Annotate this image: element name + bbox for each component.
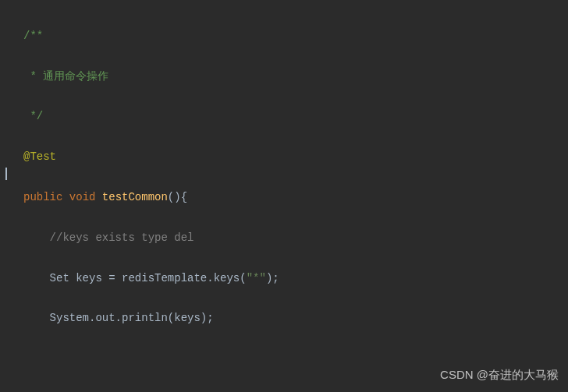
code-line: Set keys = redisTemplate.keys("*");	[23, 269, 568, 289]
doc-comment: /**	[23, 30, 43, 42]
line-comment: //keys exists type del	[50, 231, 194, 244]
annotation: @Test	[23, 150, 56, 163]
keyword-void: void	[69, 191, 96, 203]
watermark-text: CSDN @奋进的大马猴	[440, 364, 559, 386]
code-editor-view[interactable]: /** * 通用命令操作 */ @Test public void testCo…	[0, 0, 568, 392]
code-text: Set keys = redisTemplate.keys(	[23, 272, 247, 284]
string-literal: "*"	[247, 272, 266, 284]
code-line: //keys exists type del	[23, 228, 568, 249]
code-line: @Test	[23, 147, 568, 168]
keyword-public: public	[23, 191, 62, 203]
code-line: */	[23, 107, 568, 127]
gutter-cursor-indicator	[5, 168, 7, 180]
code-line: public void testCommon(){	[23, 188, 568, 208]
code-line: System.out.println(keys);	[23, 309, 568, 329]
method-name: testCommon	[102, 191, 168, 203]
code-line: * 通用命令操作	[23, 67, 568, 87]
doc-comment: * 通用命令操作	[23, 70, 108, 83]
code-text: );	[266, 272, 279, 284]
code-text: System.out.println(keys);	[23, 312, 214, 324]
method-signature-end: (){	[168, 191, 187, 203]
code-line: /**	[23, 26, 568, 47]
doc-comment: */	[23, 110, 43, 122]
